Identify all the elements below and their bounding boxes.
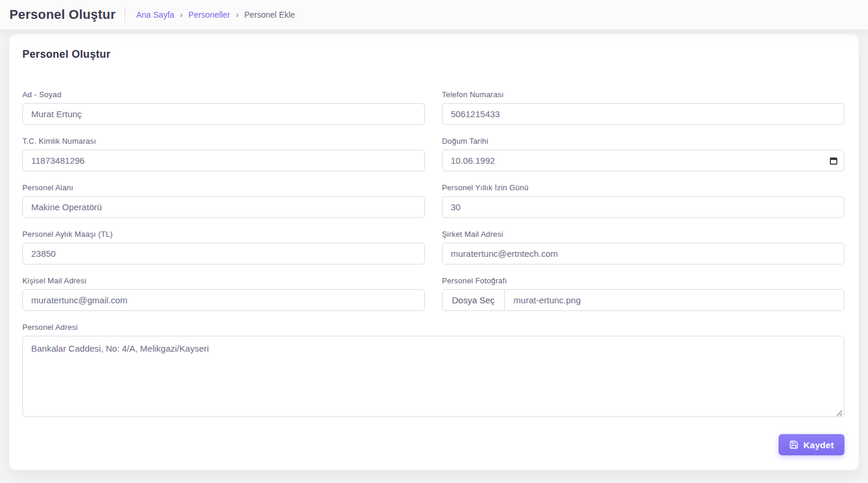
- header-divider: [125, 7, 125, 22]
- page-title: Personel Oluştur: [9, 7, 115, 22]
- file-name-text: murat-ertunc.png: [505, 290, 590, 310]
- save-button[interactable]: Kaydet: [779, 434, 844, 455]
- salary-label: Personel Aylık Maaşı (TL): [22, 230, 425, 239]
- name-label: Ad - Soyad: [22, 90, 425, 99]
- calendar-icon[interactable]: [829, 156, 838, 165]
- card-title: Personel Oluştur: [22, 48, 844, 61]
- field-personal-email: Kişisel Mail Adresi: [22, 276, 425, 311]
- phone-input[interactable]: [442, 103, 844, 125]
- address-label: Personel Adresi: [22, 323, 844, 332]
- field-salary: Personel Aylık Maaşı (TL): [22, 230, 425, 264]
- field-name: Ad - Soyad: [22, 90, 425, 125]
- national-id-label: T.C. Kimlik Numarası: [22, 137, 425, 145]
- area-label: Personel Alanı: [22, 183, 425, 192]
- breadcrumb-current: Personel Ekle: [244, 10, 295, 19]
- field-photo: Personel Fotoğrafı Dosya Seç murat-ertun…: [442, 276, 844, 311]
- phone-label: Telefon Numarası: [442, 90, 844, 99]
- national-id-input[interactable]: [22, 150, 425, 171]
- birth-date-input[interactable]: [442, 150, 844, 171]
- breadcrumb: Ana Sayfa › Personeller › Personel Ekle: [136, 10, 295, 19]
- breadcrumb-separator: ›: [180, 9, 182, 20]
- company-email-label: Şirket Mail Adresi: [442, 230, 844, 239]
- field-annual-leave: Personel Yıllık İzin Günü: [442, 183, 844, 218]
- form-actions: Kaydet: [22, 434, 844, 455]
- name-input[interactable]: [22, 103, 425, 125]
- field-phone: Telefon Numarası: [442, 90, 844, 125]
- photo-label: Personel Fotoğrafı: [442, 276, 844, 285]
- salary-input[interactable]: [22, 243, 425, 264]
- personal-email-label: Kişisel Mail Adresi: [22, 276, 425, 285]
- personnel-form: Ad - Soyad Telefon Numarası T.C. Kimlik …: [22, 90, 844, 417]
- create-personnel-card: Personel Oluştur Ad - Soyad Telefon Numa…: [9, 34, 859, 470]
- field-birth-date: Doğum Tarihi: [442, 137, 844, 171]
- save-button-label: Kaydet: [803, 440, 834, 450]
- breadcrumb-link-personnel[interactable]: Personeller: [188, 10, 230, 19]
- annual-leave-input[interactable]: [442, 196, 844, 218]
- annual-leave-label: Personel Yıllık İzin Günü: [442, 183, 844, 192]
- birth-date-label: Doğum Tarihi: [442, 137, 844, 145]
- field-company-email: Şirket Mail Adresi: [442, 230, 844, 264]
- save-icon: [789, 440, 799, 449]
- personal-email-input[interactable]: [22, 289, 425, 311]
- address-textarea[interactable]: Bankalar Caddesi, No: 4/A, Melikgazi/Kay…: [22, 336, 844, 417]
- field-address: Personel Adresi Bankalar Caddesi, No: 4/…: [22, 323, 844, 417]
- photo-file-input[interactable]: Dosya Seç murat-ertunc.png: [442, 289, 844, 311]
- field-national-id: T.C. Kimlik Numarası: [22, 137, 425, 171]
- page-header: Personel Oluştur Ana Sayfa › Personeller…: [0, 0, 868, 29]
- field-area: Personel Alanı: [22, 183, 425, 218]
- area-input[interactable]: [22, 196, 425, 218]
- file-select-button[interactable]: Dosya Seç: [443, 290, 505, 310]
- breadcrumb-link-home[interactable]: Ana Sayfa: [136, 10, 174, 19]
- company-email-input[interactable]: [442, 243, 844, 264]
- breadcrumb-separator: ›: [236, 9, 238, 20]
